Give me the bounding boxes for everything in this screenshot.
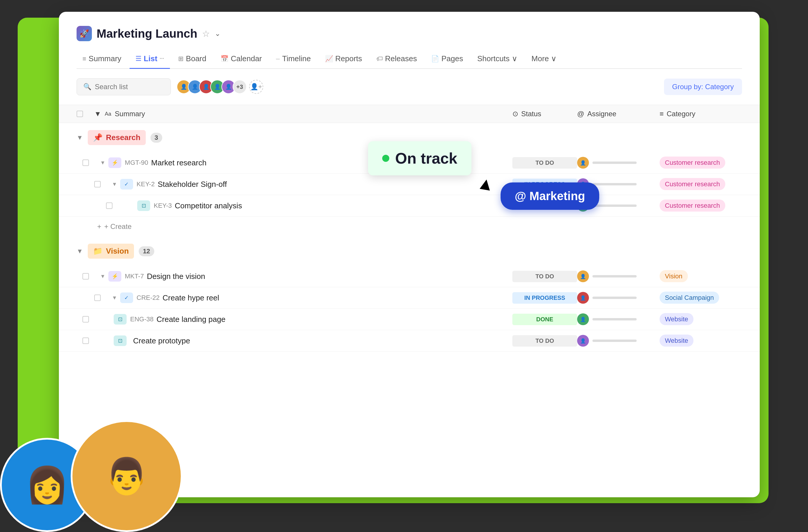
- tab-pages[interactable]: 📄 Pages: [425, 50, 469, 69]
- category-badge-cre22[interactable]: Social Campaign: [660, 291, 719, 304]
- avatar-count: +3: [233, 80, 247, 94]
- toolbar: 🔍 👤 👤 👤 👤 👤 +3 👤+ Group by: Category: [59, 69, 760, 105]
- tab-summary[interactable]: ≡ Summary: [77, 50, 127, 69]
- status-proto[interactable]: TO DO: [512, 335, 577, 347]
- releases-icon: 🏷: [376, 55, 383, 63]
- row-checkbox-key2: [94, 181, 112, 187]
- tab-more[interactable]: More ∨: [526, 50, 563, 69]
- table-header: ▼ Aa Summary ⊙ Status @ Assignee ≡ Categ…: [59, 105, 760, 123]
- assignee-mgt90: 👤: [577, 157, 660, 169]
- list-icon: ☰: [135, 55, 141, 63]
- assignee-avatar-cre22: 👤: [577, 292, 589, 304]
- table-row: ▼ ✓ CRE-22 Create hype reel IN PROGRESS …: [59, 287, 760, 309]
- th-status[interactable]: ⊙ Status: [512, 110, 577, 118]
- task-icon-mgt90: ⚡: [108, 157, 121, 168]
- tab-calendar[interactable]: 📅 Calendar: [215, 50, 268, 69]
- group-by-button[interactable]: Group by: Category: [664, 79, 742, 95]
- search-box[interactable]: 🔍: [77, 78, 171, 95]
- task-name-key2[interactable]: Stakeholder Sign-off: [158, 180, 512, 189]
- assignee-bar-proto: [592, 340, 637, 342]
- group-vision-chevron[interactable]: ▼: [77, 247, 83, 255]
- row-checkbox-cre22: [94, 294, 112, 301]
- category-cre22: Social Campaign: [660, 294, 742, 302]
- task-id-key3: KEY-3: [154, 202, 172, 209]
- checkbox-proto[interactable]: [82, 338, 89, 344]
- task-name-eng38[interactable]: Create landing page: [157, 315, 512, 324]
- th-category[interactable]: ≡ Category: [660, 110, 742, 118]
- pages-icon: 📄: [431, 55, 439, 63]
- tab-reports[interactable]: 📈 Reports: [319, 50, 368, 69]
- header: 🚀 Marketing Launch ☆ ⌄ ≡ Summary ☰ List …: [59, 12, 760, 69]
- task-name-mkt7[interactable]: Design the vision: [147, 272, 512, 281]
- category-key3: Customer research: [660, 202, 742, 209]
- checkbox-cre22[interactable]: [94, 294, 101, 301]
- person-face-2: 👨: [72, 422, 181, 530]
- row-checkbox-key3: [106, 203, 124, 209]
- tab-board[interactable]: ⊞ Board: [172, 50, 212, 69]
- group-vision-count: 12: [139, 246, 154, 256]
- expand-cre22[interactable]: ▼: [112, 295, 117, 301]
- add-person-button[interactable]: 👤+: [249, 80, 263, 94]
- status-eng38[interactable]: DONE: [512, 314, 577, 325]
- category-mkt7: Vision: [660, 272, 742, 280]
- task-name-key3[interactable]: Competitor analysis: [175, 201, 512, 210]
- tab-timeline[interactable]: ⏤ Timeline: [270, 50, 316, 69]
- create-research-button[interactable]: + + Create: [59, 216, 760, 236]
- assignee-cre22: 👤: [577, 292, 660, 304]
- title-row: 🚀 Marketing Launch ☆ ⌄: [77, 26, 742, 41]
- row-checkbox-proto: [82, 338, 100, 344]
- category-badge-proto[interactable]: Website: [660, 335, 694, 347]
- assignee-bar-mkt7: [592, 275, 637, 278]
- status-cre22[interactable]: IN PROGRESS: [512, 292, 577, 304]
- th-assignee[interactable]: @ Assignee: [577, 110, 660, 118]
- group-vision-label[interactable]: 📁 Vision: [88, 244, 134, 259]
- table-row: ⊡ Create prototype TO DO 👤 Website: [59, 330, 760, 352]
- calendar-icon: 📅: [221, 55, 228, 63]
- group-research-label[interactable]: 📌 Research: [88, 130, 146, 145]
- row-checkbox-eng38: [82, 316, 100, 323]
- main-card: 🚀 Marketing Launch ☆ ⌄ ≡ Summary ☰ List …: [59, 12, 760, 497]
- category-badge-mkt7[interactable]: Vision: [660, 270, 688, 282]
- star-icon[interactable]: ☆: [202, 28, 210, 39]
- tab-shortcuts[interactable]: Shortcuts ∨: [472, 50, 523, 69]
- checkbox-key2[interactable]: [94, 181, 101, 187]
- status-mkt7[interactable]: TO DO: [512, 271, 577, 282]
- th-summary: ▼ Aa Summary: [94, 110, 512, 118]
- expand-icon: ▼: [94, 110, 101, 118]
- task-id-key2: KEY-2: [136, 180, 155, 188]
- category-badge-mgt90[interactable]: Customer research: [660, 156, 725, 169]
- assignee-avatar-mgt90: 👤: [577, 157, 589, 169]
- expand-key2[interactable]: ▼: [112, 181, 117, 187]
- status-col-icon: ⊙: [512, 110, 518, 118]
- category-mgt90: Customer research: [660, 159, 742, 167]
- category-badge-key3[interactable]: Customer research: [660, 200, 725, 212]
- category-badge-key2[interactable]: Customer research: [660, 178, 725, 190]
- category-badge-eng38[interactable]: Website: [660, 313, 694, 325]
- category-col-icon: ≡: [660, 110, 664, 118]
- tab-list[interactable]: ☰ List ···: [130, 50, 170, 69]
- checkbox-mkt7[interactable]: [82, 273, 89, 280]
- table-row: ▼ ⚡ MKT-7 Design the vision TO DO 👤 Visi…: [59, 266, 760, 287]
- select-all-checkbox[interactable]: [77, 111, 83, 117]
- tab-releases[interactable]: 🏷 Releases: [370, 50, 423, 69]
- checkbox-mgt90[interactable]: [82, 159, 89, 166]
- task-icon-eng38: ⊡: [114, 314, 127, 325]
- checkbox-eng38[interactable]: [82, 316, 89, 323]
- search-input[interactable]: [95, 83, 164, 91]
- cursor-arrow-icon: ▲: [475, 172, 496, 195]
- timeline-icon: ⏤: [276, 55, 280, 63]
- task-name-cre22[interactable]: Create hype reel: [163, 293, 512, 303]
- group-research-chevron[interactable]: ▼: [77, 134, 83, 141]
- toolbar-left: 🔍 👤 👤 👤 👤 👤 +3 👤+: [77, 78, 263, 95]
- app-icon: 🚀: [77, 26, 92, 41]
- status-mgt90[interactable]: TO DO: [512, 157, 577, 169]
- nav-tabs: ≡ Summary ☰ List ··· ⊞ Board 📅 Calendar …: [77, 50, 742, 69]
- expand-mgt90[interactable]: ▼: [100, 160, 106, 166]
- task-name-proto[interactable]: Create prototype: [133, 336, 512, 345]
- dropdown-chevron-icon[interactable]: ⌄: [215, 30, 221, 38]
- th-checkbox: [77, 111, 94, 117]
- category-key2: Customer research: [660, 180, 742, 188]
- expand-mkt7[interactable]: ▼: [100, 273, 106, 280]
- assignee-bar-eng38: [592, 318, 637, 320]
- checkbox-key3[interactable]: [106, 203, 112, 209]
